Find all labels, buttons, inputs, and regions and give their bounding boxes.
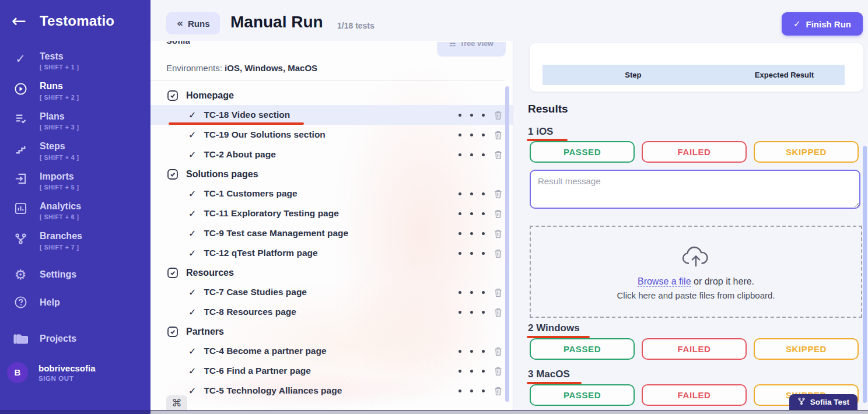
result-message-input[interactable] <box>530 170 860 209</box>
trash-icon[interactable] <box>494 248 503 258</box>
user-account[interactable]: B bobrivecsofia SIGN OUT <box>0 362 150 383</box>
severity-dot[interactable] <box>482 311 485 314</box>
finish-run-button[interactable]: ✓ Finish Run <box>782 12 863 36</box>
passed-button[interactable]: PASSED <box>530 384 635 406</box>
section-row-partners[interactable]: Partners <box>150 322 513 341</box>
test-row-tc12[interactable]: ✓ TC-12 qTest Platform page <box>150 243 513 263</box>
skipped-button[interactable]: SKIPPED <box>754 338 859 360</box>
test-row-tc1[interactable]: ✓ TC-1 Customers page <box>150 184 513 204</box>
check-icon: ✓ <box>188 228 196 239</box>
severity-dot[interactable] <box>459 212 461 215</box>
severity-dot[interactable] <box>470 311 473 314</box>
severity-dot[interactable] <box>459 114 461 117</box>
trash-icon[interactable] <box>494 366 503 376</box>
sidebar-item-help[interactable]: Help <box>0 289 150 317</box>
severity-dot[interactable] <box>459 252 461 255</box>
severity-dot[interactable] <box>470 350 473 353</box>
failed-button[interactable]: FAILED <box>642 338 747 360</box>
passed-button[interactable]: PASSED <box>530 338 635 360</box>
test-row-tc5[interactable]: ✓ TC-5 Technology Alliances page <box>150 381 513 401</box>
sidebar-item-tests[interactable]: ✓ Tests [ SHIFT + 1 ] <box>0 46 150 76</box>
severity-dot[interactable] <box>482 291 485 294</box>
sidebar-item-analytics[interactable]: Analytics [ SHIFT + 6 ] <box>0 196 150 226</box>
severity-dot[interactable] <box>470 153 473 156</box>
trash-icon[interactable] <box>494 228 503 238</box>
test-row-tc9[interactable]: ✓ TC-9 Test case Management page <box>150 223 513 243</box>
sidebar-item-plans[interactable]: Plans [ SHIFT + 3 ] <box>0 106 150 136</box>
trash-icon[interactable] <box>494 188 503 199</box>
trash-icon[interactable] <box>494 287 503 297</box>
file-dropzone[interactable]: Browse a file or drop it here. Click her… <box>530 226 862 318</box>
severity-dot[interactable] <box>470 370 473 373</box>
test-row-tc2[interactable]: ✓ TC-2 About page <box>150 145 513 164</box>
severity-dot[interactable] <box>482 232 485 235</box>
test-row-tc7[interactable]: ✓ TC-7 Case Studies page <box>150 282 513 302</box>
severity-dot[interactable] <box>470 114 473 117</box>
trash-icon[interactable] <box>494 149 503 160</box>
back-arrow-icon[interactable]: ← <box>12 10 40 31</box>
section-row-homepage[interactable]: Homepage <box>150 86 513 105</box>
failed-button[interactable]: FAILED <box>642 384 747 406</box>
severity-dot[interactable] <box>459 291 461 294</box>
severity-dot[interactable] <box>470 390 473 392</box>
vertical-scrollbar-thumb[interactable] <box>863 146 867 403</box>
severity-dot[interactable] <box>470 212 473 215</box>
branch-badge[interactable]: Sofiia Test <box>789 394 858 410</box>
severity-dot[interactable] <box>459 370 461 373</box>
sidebar-item-runs[interactable]: Runs [ SHIFT + 2 ] <box>0 76 150 106</box>
severity-dot[interactable] <box>482 153 485 156</box>
severity-dot[interactable] <box>470 291 473 294</box>
severity-dot[interactable] <box>459 350 461 353</box>
severity-dot[interactable] <box>459 134 461 136</box>
severity-dot[interactable] <box>470 232 473 235</box>
sidebar-item-branches[interactable]: Branches [ SHIFT + 7 ] <box>0 226 150 255</box>
severity-dot[interactable] <box>482 370 485 373</box>
test-row-tc8[interactable]: ✓ TC-8 Resources page <box>150 302 513 322</box>
sidebar-item-projects[interactable]: Projects <box>0 325 150 353</box>
sidebar-item-imports[interactable]: Imports [ SHIFT + 5 ] <box>0 166 150 196</box>
shortcut-hint: [ SHIFT + 1 ] <box>40 64 79 71</box>
trash-icon[interactable] <box>494 385 503 396</box>
severity-dot[interactable] <box>482 252 485 255</box>
test-row-tc19[interactable]: ✓ TC-19 Our Solutions section <box>150 125 513 145</box>
severity-dot[interactable] <box>482 390 485 392</box>
section-row-solutions[interactable]: Solutions pages <box>150 164 513 184</box>
trash-icon[interactable] <box>494 110 503 120</box>
browse-file-link[interactable]: Browse a file <box>638 276 691 287</box>
failed-button[interactable]: FAILED <box>642 141 747 163</box>
sidebar-item-steps[interactable]: Steps [ SHIFT + 4 ] <box>0 136 150 166</box>
row-actions <box>459 110 503 120</box>
trash-icon[interactable] <box>494 307 503 317</box>
list-check-icon <box>10 111 30 127</box>
trash-icon[interactable] <box>494 129 503 140</box>
test-row-tc6[interactable]: ✓ TC-6 Find a Partner page <box>150 361 513 381</box>
severity-dot[interactable] <box>459 232 461 235</box>
severity-dot[interactable] <box>470 252 473 255</box>
test-row-tc18[interactable]: ✓ TC-18 Video section <box>150 105 513 125</box>
sign-out-link[interactable]: SIGN OUT <box>38 375 96 382</box>
trash-icon[interactable] <box>494 208 503 219</box>
severity-dot[interactable] <box>470 134 473 136</box>
sidebar-item-settings[interactable]: ⚙ Settings <box>0 261 150 289</box>
severity-dot[interactable] <box>459 192 461 195</box>
skipped-button[interactable]: SKIPPED <box>754 141 859 163</box>
back-to-runs-button[interactable]: « Runs <box>166 12 220 34</box>
severity-dot[interactable] <box>482 350 485 353</box>
severity-dot[interactable] <box>482 192 485 195</box>
trash-icon[interactable] <box>494 346 503 356</box>
vertical-scrollbar-thumb[interactable] <box>505 86 509 402</box>
severity-dot[interactable] <box>482 212 485 215</box>
severity-dot[interactable] <box>470 192 473 195</box>
severity-dot[interactable] <box>459 153 461 156</box>
test-row-tc4[interactable]: ✓ TC-4 Become a partner page <box>150 341 513 361</box>
severity-dot[interactable] <box>482 114 485 117</box>
test-row-tc11[interactable]: ✓ TC-11 Exploratory Testing page <box>150 204 513 223</box>
severity-dot[interactable] <box>459 390 461 392</box>
command-shortcut-button[interactable]: ⌘ <box>166 395 187 410</box>
passed-button[interactable]: PASSED <box>530 141 635 163</box>
page-header: « Runs Manual Run 1/18 tests ✓ Finish Ru… <box>150 0 868 41</box>
section-row-resources[interactable]: Resources <box>150 263 513 282</box>
tree-view-button[interactable]: ☵Tree View <box>437 42 506 57</box>
severity-dot[interactable] <box>459 311 461 314</box>
severity-dot[interactable] <box>482 134 485 136</box>
